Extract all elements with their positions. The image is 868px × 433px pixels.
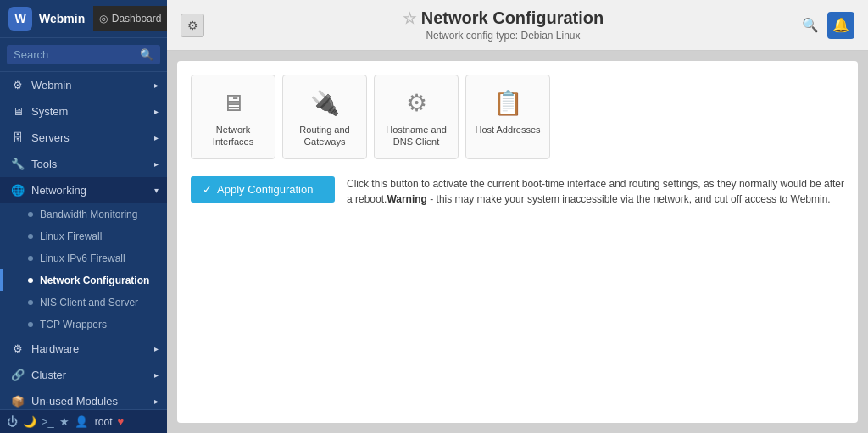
user-label: root: [95, 416, 113, 428]
chevron-right-icon: ▸: [154, 159, 159, 169]
search-area: 🔍: [0, 38, 167, 72]
checkmark-icon: ✓: [203, 183, 212, 196]
dashboard-label: Dashboard: [112, 13, 162, 25]
cluster-nav-icon: 🔗: [11, 369, 25, 381]
heart-icon[interactable]: ♥: [118, 415, 125, 428]
system-nav-icon: 🖥: [11, 105, 25, 118]
sidebar-item-label: Bandwidth Monitoring: [40, 208, 137, 220]
warning-detail: - this may make your system inaccessible…: [427, 193, 831, 205]
sidebar-subitem-linux-firewall[interactable]: Linux Firewall: [0, 225, 167, 247]
sidebar-subitem-nis[interactable]: NIS Client and Server: [0, 291, 167, 314]
hostname-dns-icon: ⚙: [406, 89, 427, 117]
sidebar-item-label: Tools: [31, 158, 57, 170]
chevron-right-icon: ▸: [154, 107, 159, 116]
search-input[interactable]: [14, 48, 136, 61]
module-card-network-interfaces[interactable]: 🖥 Network Interfaces: [191, 75, 275, 159]
moon-icon[interactable]: 🌙: [23, 415, 36, 428]
dot-icon: [28, 256, 33, 261]
webmin-icon: W: [8, 7, 32, 31]
terminal-icon[interactable]: >_: [42, 415, 54, 428]
sidebar-item-webmin[interactable]: ⚙ Webmin ▸: [0, 72, 167, 98]
unused-nav-icon: 📦: [11, 395, 25, 408]
page-title: ☆ Network Configuration: [403, 8, 604, 28]
apply-config-section: ✓ Apply Configuration Click this button …: [191, 176, 844, 207]
apply-configuration-button[interactable]: ✓ Apply Configuration: [191, 176, 335, 203]
dashboard-tab[interactable]: ◎ Dashboard: [93, 6, 167, 31]
sidebar-item-servers[interactable]: 🗄 Servers ▸: [0, 125, 167, 151]
sidebar: W Webmin ◎ Dashboard 🔍 ⚙ Webmin ▸ 🖥 Syst…: [0, 0, 167, 433]
module-card-routing-gateways[interactable]: 🔌 Routing and Gateways: [282, 75, 367, 159]
sidebar-item-cluster[interactable]: 🔗 Cluster ▸: [0, 362, 167, 388]
sidebar-item-label: Cluster: [31, 369, 66, 381]
routing-gateways-icon: 🔌: [310, 89, 340, 117]
sidebar-item-label: Linux IPv6 Firewall: [40, 253, 125, 264]
favorite-star-icon[interactable]: ☆: [403, 9, 416, 28]
dot-icon: [28, 212, 33, 217]
sidebar-item-hardware[interactable]: ⚙ Hardware ▸: [0, 336, 167, 362]
search-input-wrap: 🔍: [7, 45, 160, 64]
module-label: Hostname and DNS Client: [381, 124, 451, 148]
settings-gear-button[interactable]: ⚙: [181, 14, 204, 37]
search-icon: 🔍: [140, 48, 153, 61]
header-right: 🔍 🔔: [802, 12, 854, 39]
sidebar-subitem-bandwidth[interactable]: Bandwidth Monitoring: [0, 203, 167, 225]
dot-icon: [28, 300, 33, 305]
notifications-button[interactable]: 🔔: [827, 12, 854, 39]
user-icon[interactable]: 👤: [75, 415, 88, 428]
power-icon[interactable]: ⏻: [7, 415, 18, 428]
sidebar-item-label: TCP Wrappers: [40, 319, 107, 330]
sidebar-bottom: ⏻ 🌙 >_ ★ 👤 root ♥: [0, 409, 167, 433]
sidebar-subitem-linux-ipv6[interactable]: Linux IPv6 Firewall: [0, 247, 167, 269]
sidebar-item-unused-modules[interactable]: 📦 Un-used Modules ▸: [0, 388, 167, 409]
chevron-right-icon: ▸: [154, 370, 159, 380]
sidebar-subitem-tcp-wrappers[interactable]: TCP Wrappers: [0, 314, 167, 336]
network-interfaces-icon: 🖥: [221, 89, 245, 117]
dashboard-icon: ◎: [99, 13, 108, 25]
apply-config-description: Click this button to activate the curren…: [347, 176, 844, 207]
header-left: ⚙: [181, 14, 204, 37]
content-area: 🖥 Network Interfaces 🔌 Routing and Gatew…: [177, 61, 858, 423]
sidebar-item-label: NIS Client and Server: [40, 297, 138, 308]
sidebar-item-label: Servers: [31, 131, 70, 144]
module-card-hostname-dns[interactable]: ⚙ Hostname and DNS Client: [374, 75, 459, 159]
sidebar-item-label: Networking: [31, 184, 86, 197]
header-search-icon[interactable]: 🔍: [802, 17, 819, 33]
warning-strong: Warning: [387, 193, 427, 205]
nav-section: ⚙ Webmin ▸ 🖥 System ▸ 🗄 Servers ▸ 🔧 Tool…: [0, 72, 167, 409]
sidebar-item-label: Hardware: [31, 342, 79, 355]
gear-icon: ⚙: [187, 19, 198, 32]
chevron-right-icon: ▸: [154, 80, 159, 90]
main-content: ⚙ ☆ Network Configuration Network config…: [167, 0, 868, 433]
host-addresses-icon: 📋: [493, 89, 523, 117]
sidebar-subitem-network-config[interactable]: Network Configuration: [0, 269, 167, 291]
modules-grid: 🖥 Network Interfaces 🔌 Routing and Gatew…: [191, 75, 844, 159]
servers-nav-icon: 🗄: [11, 131, 25, 144]
page-subtitle: Network config type: Debian Linux: [403, 30, 604, 42]
sidebar-item-networking[interactable]: 🌐 Networking ▾: [0, 177, 167, 203]
sidebar-item-label: Network Configuration: [40, 275, 149, 286]
apply-config-btn-label: Apply Configuration: [217, 183, 313, 196]
networking-nav-icon: 🌐: [11, 184, 25, 197]
header-center: ☆ Network Configuration Network config t…: [403, 8, 604, 42]
sidebar-item-label: Webmin: [31, 79, 71, 92]
sidebar-item-label: System: [31, 105, 68, 118]
dot-icon: [28, 322, 33, 327]
sidebar-item-label: Linux Firewall: [40, 230, 102, 242]
module-label: Network Interfaces: [198, 124, 268, 148]
module-card-host-addresses[interactable]: 📋 Host Addresses: [465, 75, 550, 159]
main-header: ⚙ ☆ Network Configuration Network config…: [167, 0, 868, 51]
module-label: Host Addresses: [475, 124, 540, 136]
chevron-right-icon: ▸: [154, 133, 159, 142]
webmin-logo-area[interactable]: W Webmin: [0, 0, 93, 37]
star-icon[interactable]: ★: [59, 415, 70, 428]
sidebar-item-system[interactable]: 🖥 System ▸: [0, 98, 167, 125]
chevron-down-icon: ▾: [154, 186, 159, 195]
page-title-text: Network Configuration: [421, 8, 604, 28]
sidebar-item-label: Un-used Modules: [31, 395, 118, 408]
sidebar-item-tools[interactable]: 🔧 Tools ▸: [0, 151, 167, 177]
module-label: Routing and Gateways: [290, 124, 359, 148]
webmin-title: Webmin: [39, 12, 85, 25]
sidebar-header: W Webmin ◎ Dashboard: [0, 0, 167, 38]
tools-nav-icon: 🔧: [11, 158, 25, 170]
dot-icon: [28, 278, 33, 283]
